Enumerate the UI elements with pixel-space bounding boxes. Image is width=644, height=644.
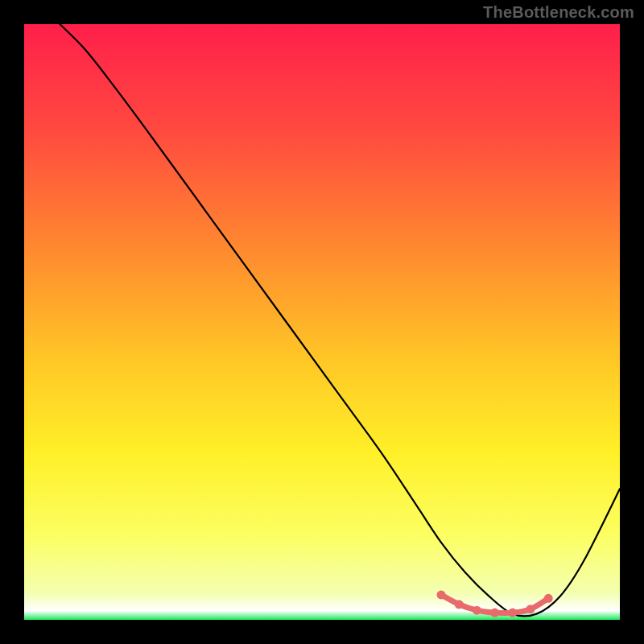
chart-frame: TheBottleneck.com — [0, 0, 644, 644]
plot-area — [24, 24, 620, 620]
optimal-range-point — [490, 609, 499, 617]
optimal-range-point — [455, 600, 464, 609]
gradient-background — [24, 24, 620, 620]
optimal-range-point — [526, 605, 535, 613]
optimal-range-point — [473, 606, 481, 615]
optimal-range-point — [544, 594, 553, 603]
optimal-range-point — [437, 590, 446, 599]
optimal-range-point — [508, 609, 517, 617]
watermark-text: TheBottleneck.com — [483, 3, 634, 22]
chart-svg — [24, 24, 620, 620]
